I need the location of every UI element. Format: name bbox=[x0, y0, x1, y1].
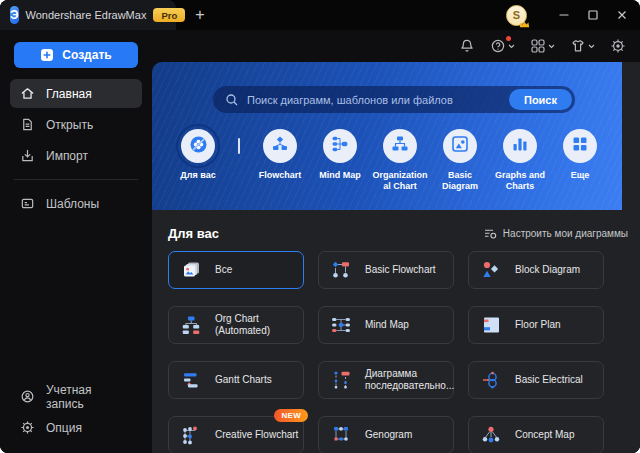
avatar-initial: S bbox=[513, 9, 520, 21]
category-label: Organizational Chart bbox=[372, 170, 428, 193]
home-icon bbox=[20, 86, 35, 101]
account-icon bbox=[20, 389, 35, 404]
pro-badge: Pro bbox=[153, 8, 185, 22]
chevron-down-icon bbox=[508, 44, 515, 49]
titlebar: Э Wondershare EdrawMax Pro + S bbox=[0, 0, 640, 30]
template-card-basic-electrical[interactable]: Basic Electrical bbox=[468, 361, 604, 399]
create-button-label: Создать bbox=[62, 48, 111, 62]
sidebar-item-label: Шаблоны bbox=[46, 197, 99, 211]
for-you-icon bbox=[189, 135, 208, 158]
gear-icon bbox=[20, 420, 35, 435]
chevron-down-icon bbox=[588, 44, 595, 49]
edrawmax-logo-icon: Э bbox=[10, 6, 19, 24]
category-label: Graphs and Charts bbox=[492, 170, 548, 193]
category-divider bbox=[238, 138, 240, 154]
customize-diagrams-link[interactable]: Настроить мои диаграммы bbox=[484, 228, 628, 240]
template-card-gantt-charts[interactable]: Gantt Charts bbox=[168, 361, 304, 399]
app-window: Э Wondershare EdrawMax Pro + S bbox=[0, 0, 640, 453]
template-card-mind-map[interactable]: Mind Map bbox=[318, 306, 454, 344]
top-toolbar bbox=[152, 30, 640, 62]
content-panel: Поиск Для васFlowchartMind MapOrganizati… bbox=[152, 62, 640, 453]
template-card-label: Basic Flowchart bbox=[365, 264, 440, 276]
create-button[interactable]: Создать bbox=[14, 42, 138, 68]
tshirt-icon bbox=[570, 38, 586, 54]
sidebar-item-account[interactable]: Учетная запись bbox=[10, 382, 142, 411]
sidebar-item-label: Главная bbox=[46, 87, 92, 101]
settings-button[interactable] bbox=[610, 38, 626, 54]
templates-icon bbox=[20, 196, 35, 211]
sidebar-item-label: Опция bbox=[46, 421, 82, 435]
template-card-все[interactable]: Все bbox=[168, 251, 304, 289]
new-tab-button[interactable]: + bbox=[190, 7, 210, 23]
user-avatar[interactable]: S bbox=[506, 5, 527, 26]
category-label: Mind Map bbox=[319, 170, 361, 181]
template-card-label: Genogram bbox=[365, 429, 416, 441]
block-diagram-icon bbox=[480, 259, 502, 281]
plus-square-icon bbox=[40, 48, 54, 62]
template-card-floor-plan[interactable]: Floor Plan bbox=[468, 306, 604, 344]
help-button[interactable] bbox=[490, 38, 515, 54]
sidebar-item-templates[interactable]: Шаблоны bbox=[10, 189, 142, 218]
graphs-icon bbox=[511, 135, 529, 157]
help-icon bbox=[490, 38, 506, 54]
category-row: Для васFlowchartMind MapOrganizational C… bbox=[152, 129, 622, 193]
mind-map-card-icon bbox=[330, 314, 352, 336]
chevron-down-icon bbox=[548, 44, 555, 49]
category-label: Basic Diagram bbox=[432, 170, 488, 193]
import-icon bbox=[20, 148, 35, 163]
category-label: Для вас bbox=[180, 170, 215, 181]
section-title: Для вас bbox=[168, 226, 219, 241]
app-title: Wondershare EdrawMax bbox=[26, 9, 147, 21]
more-icon bbox=[571, 135, 589, 157]
template-card-creative-flowchart[interactable]: Creative FlowchartNEW bbox=[168, 416, 304, 453]
sidebar-item-label: Учетная запись bbox=[46, 383, 132, 411]
close-button[interactable] bbox=[607, 0, 636, 30]
sidebar-item-options[interactable]: Опция bbox=[10, 413, 142, 442]
notifications-button[interactable] bbox=[459, 38, 475, 54]
all-templates-icon bbox=[180, 259, 202, 281]
concept-map-icon bbox=[480, 424, 502, 446]
sidebar-item-import[interactable]: Импорт bbox=[10, 141, 142, 170]
apps-button[interactable] bbox=[530, 38, 555, 54]
theme-button[interactable] bbox=[570, 38, 595, 54]
template-card-org-chart-automated[interactable]: Org Chart (Automated) bbox=[168, 306, 304, 344]
app-tab[interactable]: Э Wondershare EdrawMax Pro bbox=[0, 0, 176, 30]
template-card-genogram[interactable]: Genogram bbox=[318, 416, 454, 453]
sidebar-divider bbox=[14, 179, 138, 180]
category-organizational-chart[interactable]: Organizational Chart bbox=[372, 129, 428, 193]
apps-icon bbox=[530, 38, 546, 54]
template-card-label: Floor Plan bbox=[515, 319, 565, 331]
search-icon bbox=[225, 93, 239, 107]
customize-diagrams-label: Настроить мои диаграммы bbox=[503, 228, 628, 239]
category-mind-map[interactable]: Mind Map bbox=[312, 129, 368, 181]
category-flowchart[interactable]: Flowchart bbox=[252, 129, 308, 181]
sequence-diagram-icon bbox=[330, 369, 352, 391]
template-card-диаграмма-последовательно[interactable]: Диаграмма последовательно... bbox=[318, 361, 454, 399]
template-grid: ВсеBasic FlowchartBlock DiagramOrg Chart… bbox=[152, 251, 640, 453]
template-card-label: Block Diagram bbox=[515, 264, 584, 276]
sidebar-item-open[interactable]: Открыть bbox=[10, 110, 142, 139]
search-box[interactable]: Поиск bbox=[213, 86, 575, 113]
template-card-label: Gantt Charts bbox=[215, 374, 276, 386]
search-button[interactable]: Поиск bbox=[509, 89, 572, 110]
category-graphs-and-charts[interactable]: Graphs and Charts bbox=[492, 129, 548, 193]
sidebar-item-home[interactable]: Главная bbox=[10, 79, 142, 108]
gantt-icon bbox=[180, 369, 202, 391]
bell-icon bbox=[459, 38, 475, 54]
template-card-concept-map[interactable]: Concept Map bbox=[468, 416, 604, 453]
maximize-button[interactable] bbox=[578, 0, 607, 30]
template-card-label: Все bbox=[215, 264, 236, 276]
floor-plan-icon bbox=[480, 314, 502, 336]
document-icon bbox=[20, 117, 35, 132]
sidebar-item-label: Импорт bbox=[46, 149, 88, 163]
category-для-вас[interactable]: Для вас bbox=[170, 129, 226, 181]
minimize-button[interactable] bbox=[549, 0, 578, 30]
category-еще[interactable]: Еще bbox=[552, 129, 608, 181]
org-chart-automated-icon bbox=[180, 314, 202, 336]
category-basic-diagram[interactable]: Basic Diagram bbox=[432, 129, 488, 193]
search-input[interactable] bbox=[239, 94, 509, 106]
template-card-block-diagram[interactable]: Block Diagram bbox=[468, 251, 604, 289]
template-card-basic-flowchart[interactable]: Basic Flowchart bbox=[318, 251, 454, 289]
sidebar-item-label: Открыть bbox=[46, 118, 93, 132]
flowchart-icon bbox=[271, 135, 289, 157]
